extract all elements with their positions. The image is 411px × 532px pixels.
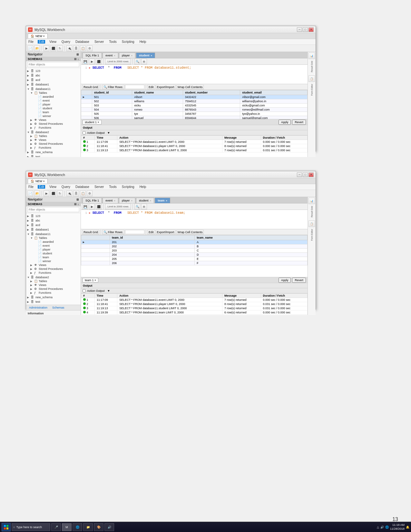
taskbar-clock[interactable]: 11:19 AM 11/28/2018 (390, 523, 405, 531)
menu-help-2[interactable]: Help (139, 185, 147, 189)
search-input-1[interactable] (27, 62, 79, 67)
export-btn-2[interactable]: Export/Import (156, 230, 176, 234)
col-team-name-2[interactable]: team_name (195, 235, 308, 240)
tree-stored-2[interactable]: ▶⚙Stored Procedures (29, 267, 81, 271)
sql-tb-run-2[interactable]: ▶ (89, 204, 95, 210)
sql-tb-save-1[interactable]: 💾 (82, 59, 88, 64)
tb-run-2[interactable]: ▶ (44, 191, 49, 196)
tree-winner-2[interactable]: 📄winner (33, 259, 81, 263)
tb-refresh-1[interactable]: ↻ (57, 45, 63, 51)
output-checkbox-1[interactable] (83, 131, 86, 134)
tree-stored-1[interactable]: ▶⚙Stored Procedures (29, 122, 81, 126)
menu-file-1[interactable]: File (27, 40, 34, 44)
schemas-menu-2[interactable]: ⊞ ↓ (74, 202, 79, 206)
menu-view-2[interactable]: View (48, 185, 57, 189)
rs-btn2-1[interactable]: 📋 (308, 75, 315, 82)
menu-scripting-2[interactable]: Scripting (121, 185, 135, 189)
tb-refresh-2[interactable]: ↻ (57, 191, 63, 196)
tree-views-2[interactable]: ▶👁Views (29, 263, 81, 267)
tree-item-abc-1[interactable]: ▶ 🗄 abc (26, 73, 81, 78)
sql-tb-stop-2[interactable]: ⬛ (96, 204, 102, 210)
sql-tab-event-1[interactable]: event× (103, 53, 118, 58)
sql-tb-limit-1[interactable]: Limit to 2000 rows (105, 59, 131, 64)
sql-tb-search-1[interactable]: 🔍 (134, 59, 140, 64)
tb-run-1[interactable]: ▶ (44, 45, 49, 51)
result-grid-btn-2[interactable]: Result Grid (82, 230, 99, 234)
volume-icon[interactable]: 🔊 (380, 526, 384, 529)
new-tab-1[interactable]: 🏠 NEW × (28, 34, 48, 38)
tree-database2-2[interactable]: ▼🗄database2 ▶📋Tables ▶👁Views ▶⚙Stored Pr… (26, 275, 81, 295)
tree-newschema-1[interactable]: ▶🗄new_schema (26, 150, 81, 154)
tree-item-acd-1[interactable]: ▶ 🗄 acd (26, 78, 81, 82)
table-row[interactable]: 203 C (81, 249, 308, 253)
tb-table-1[interactable]: 📋 (80, 45, 86, 51)
close-btn-1[interactable]: ✕ (308, 27, 314, 32)
close-btn-2[interactable]: ✕ (308, 172, 314, 177)
menu-edit-2[interactable]: Edit (38, 185, 45, 189)
revert-btn-2[interactable]: Revert (292, 278, 306, 283)
col-student-number-1[interactable]: student_number (183, 90, 240, 95)
menu-tools-2[interactable]: Tools (108, 185, 117, 189)
tree-team-2[interactable]: 📄team (33, 255, 81, 259)
col-student-id-1[interactable]: student_id (92, 90, 132, 95)
sql-tab-event-2[interactable]: event× (103, 198, 118, 203)
navigator-expand-1[interactable]: ⊞ (76, 53, 79, 56)
sql-tab-student-2[interactable]: student× (136, 198, 154, 203)
menu-database-2[interactable]: Database (74, 185, 90, 189)
tree-item-database1-2[interactable]: ▶🗄database1 (26, 227, 81, 232)
tb-open-1[interactable]: 📂 (34, 45, 40, 51)
tb-stop-1[interactable]: ⬛ (50, 45, 56, 51)
tree-item-database11-2[interactable]: ▼🗄database11 ▼📋Tables 📄awarded 📄event 📄p… (26, 232, 81, 275)
sql-tb-zoom-2[interactable]: ⊕ (141, 204, 147, 210)
filter-input-1[interactable] (125, 85, 144, 89)
tree-newschema-2[interactable]: ▶🗄new_schema (26, 295, 81, 300)
sql-tab-file1-1[interactable]: SQL File 1 (83, 53, 102, 58)
tree-d2-tables-2[interactable]: ▶📋Tables (29, 279, 81, 283)
revert-btn-1[interactable]: Revert (292, 120, 306, 125)
start-button[interactable] (2, 523, 11, 531)
apply-btn-1[interactable]: Apply (279, 120, 291, 125)
filter-rows-btn-1[interactable]: 🔍 Filter Rows: (102, 85, 124, 89)
sql-tab-player-2[interactable]: player× (119, 198, 135, 203)
output-dropdown-1[interactable]: ▼ (107, 131, 110, 134)
tree-d2-stored-2[interactable]: ▶⚙Stored Procedures (29, 287, 81, 291)
tb-stop-2[interactable]: ⬛ (50, 191, 56, 196)
taskbar-explorer[interactable]: 📁 (83, 523, 93, 531)
table-row[interactable]: 204 D (81, 253, 308, 257)
tree-test-2[interactable]: ▶🗄test (26, 300, 81, 304)
schemas-tab-2[interactable]: Schemas (51, 306, 66, 310)
minimize-btn-1[interactable]: ─ (297, 27, 302, 32)
rs-btn1-2[interactable]: 📊 (308, 198, 315, 204)
table-row[interactable]: 202 B (81, 244, 308, 249)
tree-test-1[interactable]: ▶🗄test (26, 154, 81, 157)
sql-tb-search-2[interactable]: 🔍 (134, 204, 140, 210)
tree-awarded-1[interactable]: 📄awarded (33, 95, 81, 99)
tb-new-2[interactable]: 📄 (27, 191, 33, 196)
menu-query-2[interactable]: Query (61, 185, 71, 189)
sql-tab-team-2[interactable]: team× (155, 198, 170, 203)
tree-d2-tables-1[interactable]: ▶📋Tables (29, 134, 81, 138)
tree-awarded-2[interactable]: 📄awarded (33, 240, 81, 244)
table-row[interactable]: 502 williams 7594512 williams@yahoo.in (81, 99, 308, 103)
sql-tb-zoom-1[interactable]: ⊕ (141, 59, 147, 64)
notification-bell[interactable]: 🔔 (406, 526, 409, 529)
table-row[interactable]: 504 romeo 8876543 romeo@edifmail.com (81, 108, 308, 112)
table-row[interactable]: 206 F (81, 261, 308, 265)
tree-functions-1[interactable]: ▶ƒFunctions (29, 126, 81, 130)
col-student-name-1[interactable]: student_name (132, 90, 183, 95)
export-btn-1[interactable]: Export/Import (156, 85, 176, 89)
output-dropdown-2[interactable]: ▼ (107, 289, 110, 292)
taskbar-edge[interactable]: 🌐 (73, 523, 82, 531)
result-grid-btn-1[interactable]: Result Grid (82, 85, 99, 89)
admin-tab-2[interactable]: Administration (27, 306, 49, 310)
table-row[interactable]: 506 samuel 6594644 samuel@gmail.com (81, 116, 308, 119)
search-input-2[interactable] (27, 207, 79, 212)
tree-item-database1-1[interactable]: ▶ 🗄 database1 (26, 82, 81, 87)
filter-rows-btn-2[interactable]: 🔍 Filter Rows: (102, 230, 124, 234)
taskbar-app5[interactable]: 🔊 (104, 523, 114, 531)
sql-editor-2[interactable]: 1 ► SELECT * FROM SELECT * FROM database… (81, 210, 308, 229)
tree-item-abc-2[interactable]: ▶🗄abc (26, 218, 81, 223)
sql-tb-run-1[interactable]: ▶ (89, 59, 95, 64)
apply-btn-2[interactable]: Apply (279, 278, 291, 283)
menu-scripting-1[interactable]: Scripting (121, 40, 135, 44)
